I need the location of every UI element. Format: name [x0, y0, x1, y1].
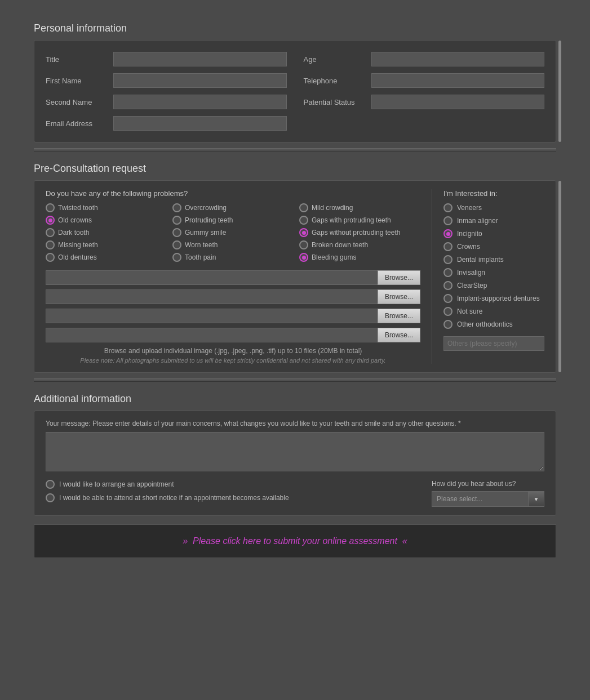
implant-dentures-label: Implant-supported dentures — [457, 295, 540, 302]
gummy-smile-label: Gummy smile — [185, 229, 226, 237]
inman-radio[interactable] — [443, 216, 453, 225]
worn-teeth-radio[interactable] — [172, 240, 181, 249]
upload-input-1[interactable] — [46, 270, 378, 285]
message-label: Your message: Please enter details of yo… — [46, 420, 544, 427]
select-arrow-icon: ▼ — [529, 491, 544, 507]
problem-missing-teeth[interactable]: Missing teeth — [46, 240, 167, 249]
problems-section: Do you have any of the following problem… — [46, 189, 544, 364]
secondname-input[interactable] — [113, 95, 287, 109]
problem-gummy-smile[interactable]: Gummy smile — [172, 228, 294, 237]
problem-dark-tooth[interactable]: Dark tooth — [46, 228, 167, 237]
problem-protruding-teeth[interactable]: Protruding teeth — [172, 216, 294, 225]
interested-inman[interactable]: Inman aligner — [443, 216, 544, 225]
how-hear-select-wrapper: Please select... Google Facebook Twitter… — [432, 491, 544, 507]
problem-gaps-no-protruding[interactable]: Gaps without protruding teeth — [299, 228, 420, 237]
interested-invisalign[interactable]: Invisalign — [443, 268, 544, 277]
additional-info-title: Additional information — [34, 393, 556, 405]
interested-dental-implants[interactable]: Dental implants — [443, 255, 544, 264]
interested-clearstep[interactable]: ClearStep — [443, 281, 544, 290]
old-crowns-radio[interactable] — [46, 216, 55, 225]
firstname-label: First Name — [46, 77, 108, 85]
arrange-appointment-label: I would like to arrange an appointment — [59, 480, 174, 488]
upload-row-1: Browse... — [46, 270, 420, 285]
upload-section: Browse... Browse... Browse... Browse... — [46, 270, 420, 364]
interested-incignito[interactable]: Incignito — [443, 229, 544, 238]
patential-input[interactable] — [371, 95, 545, 109]
problem-worn-teeth[interactable]: Worn teeth — [172, 240, 294, 249]
problem-broken-down[interactable]: Broken down teeth — [299, 240, 420, 249]
upload-row-2: Browse... — [46, 289, 420, 304]
crowns-radio[interactable] — [443, 242, 453, 251]
interested-not-sure[interactable]: Not sure — [443, 307, 544, 316]
invisalign-radio[interactable] — [443, 268, 453, 277]
upload-input-2[interactable] — [46, 289, 378, 304]
problem-bleeding-gums[interactable]: Bleeding gums — [299, 253, 420, 262]
clearstep-radio[interactable] — [443, 281, 453, 290]
overcrowding-radio[interactable] — [172, 203, 181, 212]
bleeding-gums-radio[interactable] — [299, 253, 308, 262]
not-sure-radio[interactable] — [443, 307, 453, 316]
incignito-radio[interactable] — [443, 229, 453, 238]
browse-button-3[interactable]: Browse... — [378, 309, 420, 323]
arrange-appointment-item[interactable]: I would like to arrange an appointment — [46, 480, 289, 489]
browse-button-1[interactable]: Browse... — [378, 270, 420, 285]
problem-tooth-pain[interactable]: Tooth pain — [172, 253, 294, 262]
upload-input-4[interactable] — [46, 328, 378, 342]
problem-old-dentures[interactable]: Old dentures — [46, 253, 167, 262]
dark-tooth-radio[interactable] — [46, 228, 55, 237]
secondname-label: Second Name — [46, 98, 108, 106]
mild-crowding-radio[interactable] — [299, 203, 308, 212]
browse-button-4[interactable]: Browse... — [378, 328, 420, 342]
missing-teeth-radio[interactable] — [46, 240, 55, 249]
telephone-input[interactable] — [371, 73, 545, 88]
short-notice-item[interactable]: I would be able to attend at short notic… — [46, 493, 289, 502]
problem-overcrowding[interactable]: Overcrowding — [172, 203, 294, 212]
problem-twisted-tooth[interactable]: Twisted tooth — [46, 203, 167, 212]
tooth-pain-radio[interactable] — [172, 253, 181, 262]
interested-other-ortho[interactable]: Other orthodontics — [443, 320, 544, 329]
interested-title: I'm Interested in: — [443, 189, 544, 198]
inman-label: Inman aligner — [457, 217, 498, 225]
old-crowns-label: Old crowns — [58, 216, 92, 224]
other-ortho-radio[interactable] — [443, 320, 453, 329]
browse-button-2[interactable]: Browse... — [378, 289, 420, 304]
interested-veneers[interactable]: Veneers — [443, 203, 544, 212]
firstname-input[interactable] — [113, 73, 287, 88]
gaps-protruding-radio[interactable] — [299, 216, 308, 225]
protruding-teeth-radio[interactable] — [172, 216, 181, 225]
interested-section: I'm Interested in: Veneers Inman aligner… — [432, 189, 544, 364]
secondname-field-row: Second Name — [46, 95, 287, 109]
gaps-no-protruding-radio[interactable] — [299, 228, 308, 237]
title-input[interactable] — [113, 52, 287, 66]
problem-gaps-protruding[interactable]: Gaps with protruding teeth — [299, 216, 420, 225]
problem-old-crowns[interactable]: Old crowns — [46, 216, 167, 225]
telephone-field-row: Telephone — [304, 73, 545, 88]
veneers-radio[interactable] — [443, 203, 453, 212]
upload-note-text: Please note: All photographs submitted t… — [46, 357, 420, 364]
interested-list: Veneers Inman aligner Incignito Crowns — [443, 203, 544, 351]
submit-bar[interactable]: » Please click here to submit your onlin… — [34, 524, 556, 558]
age-label: Age — [304, 55, 366, 64]
implant-dentures-radio[interactable] — [443, 294, 453, 303]
broken-down-radio[interactable] — [299, 240, 308, 249]
gummy-smile-radio[interactable] — [172, 228, 181, 237]
twisted-tooth-radio[interactable] — [46, 203, 55, 212]
problem-mild-crowding[interactable]: Mild crowding — [299, 203, 420, 212]
message-textarea[interactable] — [46, 432, 544, 471]
interested-crowns[interactable]: Crowns — [443, 242, 544, 251]
upload-input-3[interactable] — [46, 309, 378, 323]
overcrowding-label: Overcrowding — [185, 204, 227, 212]
short-notice-radio[interactable] — [46, 493, 55, 502]
tooth-pain-label: Tooth pain — [185, 253, 216, 261]
dental-implants-radio[interactable] — [443, 255, 453, 264]
others-specify-input[interactable] — [443, 336, 544, 351]
old-dentures-radio[interactable] — [46, 253, 55, 262]
interested-implant-dentures[interactable]: Implant-supported dentures — [443, 294, 544, 303]
section-divider-2 — [34, 378, 556, 382]
email-input[interactable] — [113, 116, 287, 131]
how-hear-select[interactable]: Please select... Google Facebook Twitter… — [432, 491, 529, 507]
arrange-appointment-radio[interactable] — [46, 480, 55, 489]
twisted-tooth-label: Twisted tooth — [58, 204, 98, 212]
age-input[interactable] — [371, 52, 545, 66]
mild-crowding-label: Mild crowding — [312, 204, 353, 212]
